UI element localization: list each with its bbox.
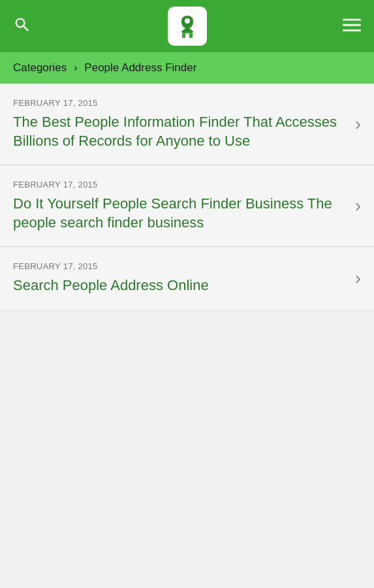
chevron-right-icon-2: ›: [355, 197, 361, 215]
breadcrumb-categories[interactable]: Categories: [13, 61, 67, 74]
article-date-2: FEBRUARY 17, 2015: [13, 180, 345, 189]
article-left-3: FEBRUARY 17, 2015 Search People Address …: [13, 261, 355, 295]
article-date-1: FEBRUARY 17, 2015: [13, 98, 345, 108]
search-icon[interactable]: [13, 16, 31, 37]
article-left-1: FEBRUARY 17, 2015 The Best People Inform…: [13, 98, 355, 150]
breadcrumb-text: Categories › People Address Finder: [13, 61, 196, 74]
breadcrumb: Categories › People Address Finder: [0, 52, 374, 84]
article-date-3: FEBRUARY 17, 2015: [13, 261, 345, 271]
article-item-1[interactable]: FEBRUARY 17, 2015 The Best People Inform…: [0, 84, 374, 165]
svg-rect-5: [343, 19, 361, 21]
hamburger-icon[interactable]: [343, 16, 361, 37]
article-item-2[interactable]: FEBRUARY 17, 2015 Do It Yourself People …: [0, 165, 374, 247]
article-title-3: Search People Address Online: [13, 276, 345, 295]
top-bar: [0, 0, 374, 52]
article-left-2: FEBRUARY 17, 2015 Do It Yourself People …: [13, 180, 355, 232]
article-item-3[interactable]: FEBRUARY 17, 2015 Search People Address …: [0, 247, 374, 310]
chevron-right-icon-1: ›: [355, 115, 361, 133]
svg-marker-3: [181, 27, 194, 32]
breadcrumb-separator: ›: [74, 61, 78, 74]
breadcrumb-current: People Address Finder: [84, 61, 196, 74]
article-title-2: Do It Yourself People Search Finder Busi…: [13, 195, 345, 232]
article-title-1: The Best People Information Finder That …: [13, 113, 345, 150]
svg-rect-7: [343, 29, 361, 31]
app-logo: [168, 7, 207, 46]
article-list: FEBRUARY 17, 2015 The Best People Inform…: [0, 84, 374, 310]
chevron-right-icon-3: ›: [355, 269, 361, 287]
svg-rect-6: [343, 24, 361, 26]
svg-point-1: [185, 18, 190, 24]
svg-rect-4: [185, 33, 189, 38]
